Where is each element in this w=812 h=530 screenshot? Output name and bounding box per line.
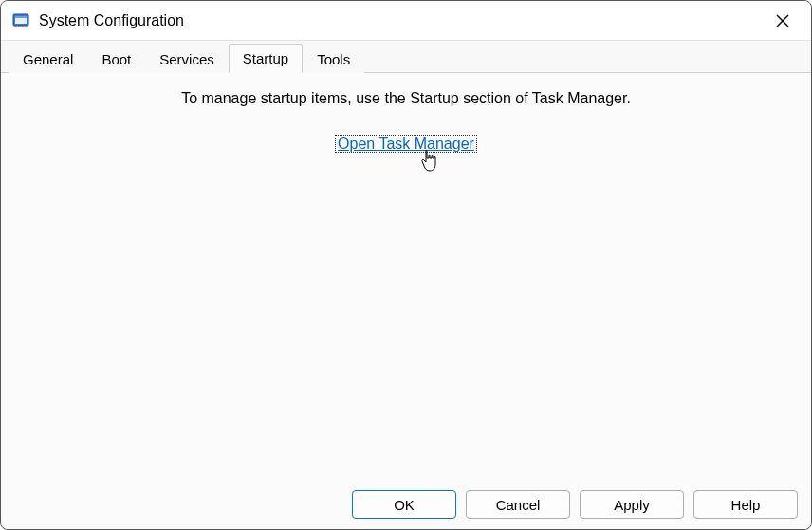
system-configuration-window: System Configuration General Boot Servic…: [0, 0, 812, 530]
apply-button[interactable]: Apply: [580, 490, 684, 519]
button-bar: OK Cancel Apply Help: [1, 480, 811, 529]
app-icon: [12, 12, 29, 29]
close-icon: [776, 14, 789, 27]
help-button[interactable]: Help: [693, 490, 798, 519]
tab-content-startup: To manage startup items, use the Startup…: [1, 73, 811, 480]
cancel-button[interactable]: Cancel: [466, 490, 570, 519]
tab-tools[interactable]: Tools: [303, 45, 364, 73]
startup-info-text: To manage startup items, use the Startup…: [1, 90, 811, 107]
tab-general[interactable]: General: [9, 45, 87, 73]
svg-rect-3: [18, 26, 24, 27]
tab-services[interactable]: Services: [145, 45, 229, 73]
window-title: System Configuration: [39, 12, 762, 29]
titlebar: System Configuration: [1, 1, 811, 41]
open-task-manager-link[interactable]: Open Task Manager: [336, 136, 476, 152]
tab-boot[interactable]: Boot: [87, 45, 145, 73]
close-button[interactable]: [762, 7, 803, 35]
pointer-cursor-icon: [419, 149, 440, 176]
svg-rect-2: [15, 16, 27, 18]
tab-startup[interactable]: Startup: [229, 44, 303, 73]
tabbar: General Boot Services Startup Tools: [1, 41, 811, 73]
link-wrap: Open Task Manager: [336, 136, 476, 153]
ok-button[interactable]: OK: [352, 490, 456, 519]
